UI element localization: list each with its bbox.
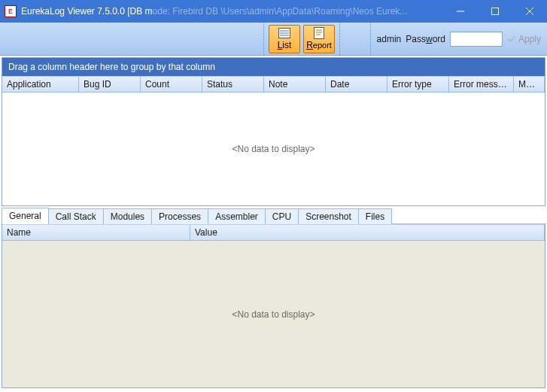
tab-assembler[interactable]: Assembler bbox=[208, 208, 266, 224]
minimize-button[interactable] bbox=[443, 0, 478, 23]
tab-modules[interactable]: Modules bbox=[103, 208, 152, 224]
lower-grid: Name Value <No data to display> bbox=[2, 224, 545, 388]
password-label: Password bbox=[406, 34, 445, 44]
tab-strip: General Call Stack Modules Processes Ass… bbox=[2, 208, 545, 224]
upper-column-headers: Application Bug ID Count Status Note Dat… bbox=[2, 76, 545, 93]
svg-rect-8 bbox=[315, 28, 324, 39]
tab-callstack[interactable]: Call Stack bbox=[48, 208, 104, 224]
admin-label: admin bbox=[377, 34, 402, 44]
lower-column-headers: Name Value bbox=[2, 224, 545, 241]
tab-processes[interactable]: Processes bbox=[151, 208, 208, 224]
col-modulename[interactable]: Module Na... bbox=[514, 77, 545, 92]
group-by-bar[interactable]: Drag a column header here to group by th… bbox=[2, 58, 545, 76]
col-application[interactable]: Application bbox=[2, 77, 79, 92]
lower-grid-body: <No data to display> bbox=[2, 241, 545, 387]
col-date[interactable]: Date bbox=[326, 77, 387, 92]
col-errortype[interactable]: Error type bbox=[387, 77, 449, 92]
report-button[interactable]: Report bbox=[303, 25, 335, 53]
tab-cpu[interactable]: CPU bbox=[265, 208, 299, 224]
app-icon: E bbox=[5, 5, 17, 17]
col-name[interactable]: Name bbox=[2, 225, 190, 240]
upper-grid: Drag a column header here to group by th… bbox=[2, 57, 545, 206]
list-button[interactable]: List bbox=[269, 25, 300, 53]
close-button[interactable] bbox=[512, 0, 547, 23]
col-status[interactable]: Status bbox=[202, 77, 264, 92]
col-count[interactable]: Count bbox=[141, 77, 202, 92]
list-icon bbox=[278, 27, 291, 39]
tab-screenshot[interactable]: Screenshot bbox=[298, 208, 359, 224]
window-title: EurekaLog Viewer 7.5.0.0 [DB mode: Fireb… bbox=[21, 6, 407, 17]
report-icon bbox=[312, 27, 326, 39]
tab-files[interactable]: Files bbox=[358, 208, 392, 224]
title-bar: E EurekaLog Viewer 7.5.0.0 [DB mode: Fir… bbox=[0, 0, 547, 23]
list-label: List bbox=[278, 40, 292, 50]
check-icon bbox=[507, 35, 516, 44]
password-input[interactable] bbox=[450, 32, 503, 47]
col-errormessage[interactable]: Error message bbox=[449, 77, 514, 92]
toolbar: List Report admin Password Apply bbox=[0, 23, 547, 56]
upper-grid-body: <No data to display> bbox=[2, 93, 545, 205]
col-note[interactable]: Note bbox=[264, 77, 326, 92]
col-bugid[interactable]: Bug ID bbox=[79, 77, 141, 92]
col-value[interactable]: Value bbox=[190, 225, 545, 240]
svg-rect-1 bbox=[492, 8, 499, 15]
report-label: Report bbox=[306, 40, 332, 50]
maximize-button[interactable] bbox=[478, 0, 512, 23]
apply-button[interactable]: Apply bbox=[507, 34, 541, 44]
detail-panel: General Call Stack Modules Processes Ass… bbox=[2, 208, 545, 388]
login-segment: admin Password Apply bbox=[370, 23, 547, 55]
tab-general[interactable]: General bbox=[2, 208, 49, 224]
